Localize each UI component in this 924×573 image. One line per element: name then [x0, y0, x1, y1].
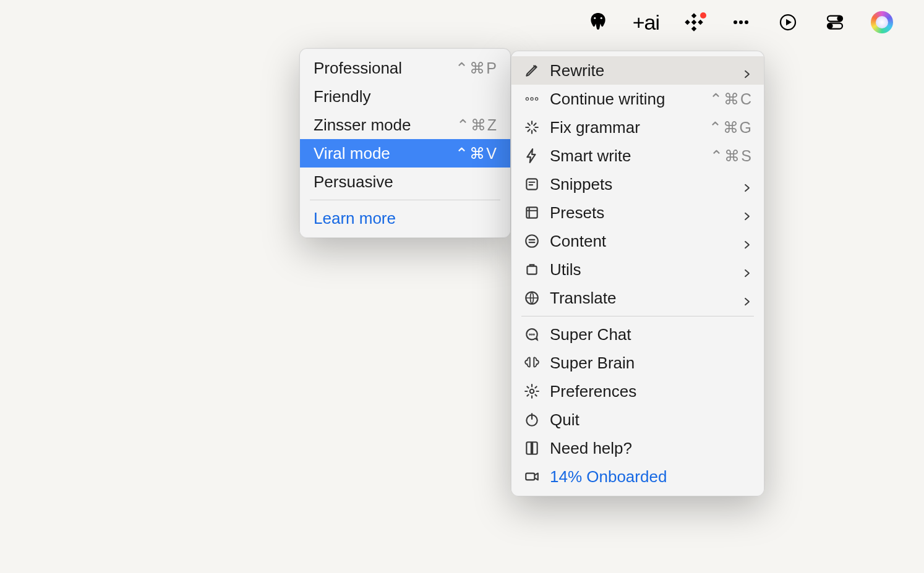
menu-item-label: Need help?	[550, 439, 753, 458]
submenu-item-label: Friendly	[312, 87, 498, 106]
svg-point-14	[829, 24, 832, 28]
elephant-app-icon[interactable]	[586, 10, 610, 35]
menu-item-super-brain[interactable]: Super Brain	[511, 349, 764, 377]
menu-item-label: Super Brain	[550, 354, 753, 373]
svg-rect-6	[698, 20, 703, 25]
menu-item-fix-grammar[interactable]: Fix grammar⌃⌘G	[511, 113, 764, 142]
power-icon	[523, 410, 541, 429]
svg-rect-2	[691, 13, 696, 18]
menu-item-14-onboarded[interactable]: 14% Onboarded	[511, 462, 764, 491]
svg-point-0	[594, 17, 596, 19]
shortcut-label: ⌃⌘C	[709, 90, 753, 108]
submenu-item-persuasive[interactable]: Persuasive	[300, 168, 510, 196]
sparkle-icon	[523, 118, 541, 137]
main-menu: RewriteContinue writing⌃⌘CFix grammar⌃⌘G…	[511, 51, 764, 496]
chevron-right-icon	[742, 236, 753, 247]
submenu-item-label: Professional	[312, 59, 455, 78]
rewrite-submenu: Professional⌃⌘PFriendlyZinsser mode⌃⌘ZVi…	[299, 48, 511, 238]
menu-item-need-help-[interactable]: Need help?	[511, 434, 764, 462]
menu-item-utils[interactable]: Utils	[511, 255, 764, 284]
submenu-item-zinsser-mode[interactable]: Zinsser mode⌃⌘Z	[300, 111, 510, 139]
menu-item-label: Content	[550, 232, 742, 251]
menu-item-label: Rewrite	[550, 61, 742, 80]
svg-rect-5	[685, 20, 690, 25]
control-center-icon[interactable]	[823, 10, 847, 35]
shortcut-label: ⌃⌘V	[455, 145, 498, 163]
menu-item-label: Super Chat	[550, 325, 753, 344]
menu-item-label: Preferences	[550, 382, 753, 401]
submenu-item-label: Zinsser mode	[312, 116, 456, 135]
chevron-right-icon	[742, 264, 753, 275]
menu-separator	[521, 316, 754, 316]
svg-point-9	[745, 20, 748, 24]
siri-icon[interactable]	[870, 10, 894, 35]
diamond-app-icon[interactable]	[682, 10, 706, 35]
svg-rect-3	[691, 20, 696, 25]
presets-icon	[523, 203, 541, 222]
menu-item-super-chat[interactable]: Super Chat	[511, 320, 764, 349]
menu-item-snippets[interactable]: Snippets	[511, 170, 764, 198]
submenu-item-label: Viral mode	[312, 144, 455, 163]
chevron-right-icon	[742, 207, 753, 218]
menubar: +ai	[0, 0, 924, 45]
menu-item-label: Translate	[550, 289, 742, 308]
svg-point-1	[600, 17, 602, 19]
menu-item-label: Quit	[550, 410, 753, 430]
shortcut-label: ⌃⌘G	[709, 119, 753, 137]
pencil-icon	[523, 61, 541, 80]
chevron-right-icon	[742, 65, 753, 76]
menu-item-label: Smart write	[550, 146, 710, 166]
shortcut-label: ⌃⌘P	[455, 59, 498, 77]
menu-separator	[310, 200, 500, 200]
menu-item-label: Snippets	[550, 175, 742, 194]
submenu-item-learn-more[interactable]: Learn more	[300, 204, 510, 232]
brain-icon	[523, 354, 541, 372]
svg-point-8	[739, 20, 743, 24]
svg-point-7	[734, 20, 737, 24]
submenu-item-professional[interactable]: Professional⌃⌘P	[300, 54, 510, 82]
plus-ai-icon[interactable]: +ai	[633, 10, 659, 35]
book-icon	[523, 439, 541, 457]
menu-item-label: Utils	[550, 260, 742, 279]
menu-item-label: Fix grammar	[550, 118, 709, 137]
menu-item-continue-writing[interactable]: Continue writing⌃⌘C	[511, 85, 764, 113]
translate-icon	[523, 289, 541, 307]
menu-item-label: 14% Onboarded	[550, 467, 753, 486]
chevron-right-icon	[742, 179, 753, 190]
play-circle-icon[interactable]	[776, 10, 800, 35]
menu-item-translate[interactable]: Translate	[511, 284, 764, 312]
svg-point-12	[838, 17, 842, 20]
menu-item-quit[interactable]: Quit	[511, 405, 764, 434]
ellipsis-icon	[523, 90, 541, 108]
menu-item-smart-write[interactable]: Smart write⌃⌘S	[511, 142, 764, 170]
submenu-item-friendly[interactable]: Friendly	[300, 82, 510, 111]
shortcut-label: ⌃⌘Z	[456, 116, 498, 134]
notification-dot-icon	[700, 12, 706, 19]
submenu-item-viral-mode[interactable]: Viral mode⌃⌘V	[300, 139, 510, 168]
svg-rect-4	[691, 26, 696, 31]
submenu-item-label: Learn more	[312, 209, 498, 228]
menu-item-label: Continue writing	[550, 90, 709, 109]
video-icon	[523, 467, 541, 486]
menu-item-content[interactable]: Content	[511, 227, 764, 255]
gear-icon	[523, 382, 541, 401]
content-icon	[523, 232, 541, 250]
more-icon[interactable]	[729, 10, 753, 35]
menu-item-preferences[interactable]: Preferences	[511, 377, 764, 405]
chat-icon	[523, 325, 541, 344]
menu-item-presets[interactable]: Presets	[511, 198, 764, 227]
shortcut-label: ⌃⌘S	[710, 147, 753, 165]
utils-icon	[523, 260, 541, 279]
menu-item-label: Presets	[550, 203, 742, 223]
bolt-icon	[523, 146, 541, 165]
submenu-item-label: Persuasive	[312, 172, 498, 192]
snippet-icon	[523, 175, 541, 193]
chevron-right-icon	[742, 292, 753, 303]
menu-item-rewrite[interactable]: Rewrite	[511, 56, 764, 85]
